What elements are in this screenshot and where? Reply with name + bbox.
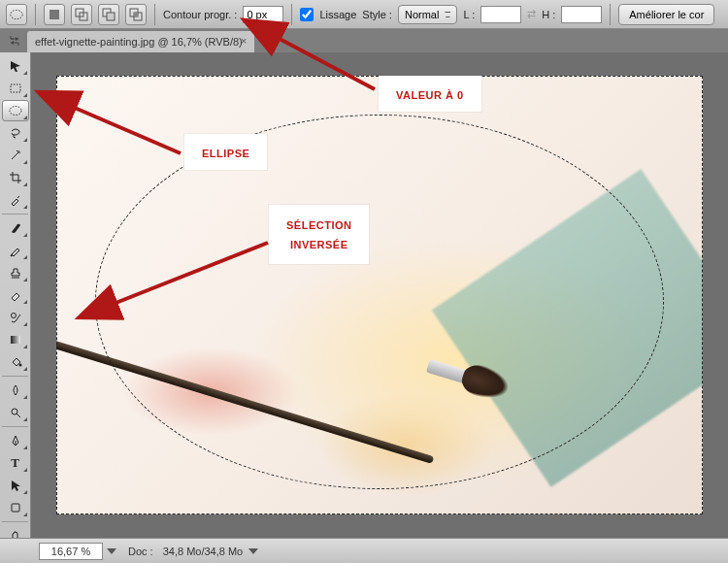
- brush-tool[interactable]: [2, 217, 29, 239]
- selection-mode-new[interactable]: [44, 4, 65, 25]
- eraser-tool[interactable]: [2, 284, 29, 306]
- doc-size-label: Doc :: [128, 546, 153, 557]
- rect-marquee-tool[interactable]: [2, 78, 29, 99]
- doc-size-value: 34,8 Mo/34,8 Mo: [163, 546, 244, 557]
- svg-point-0: [11, 10, 22, 18]
- history-brush-tool[interactable]: [2, 307, 29, 328]
- tab-filename: effet-vignette-painting.jpg: [35, 36, 154, 48]
- blur-tool[interactable]: [2, 380, 29, 401]
- gradient-tool[interactable]: [2, 329, 29, 350]
- close-tab-icon[interactable]: ×: [241, 35, 252, 47]
- svg-rect-1: [50, 10, 59, 19]
- annotation-valeur: VALEUR À 0: [379, 76, 481, 112]
- pen-tool[interactable]: [2, 430, 29, 451]
- swap-dimensions-icon: ⇄: [527, 8, 536, 20]
- svg-rect-11: [11, 84, 20, 92]
- current-tool-indicator[interactable]: [6, 4, 27, 25]
- antialias-checkbox[interactable]: [300, 8, 314, 21]
- shape-tool[interactable]: [2, 497, 29, 518]
- document-canvas[interactable]: [56, 76, 703, 514]
- eyedropper-tool[interactable]: [2, 189, 29, 211]
- fixed-height-input: [561, 6, 602, 23]
- path-select-tool[interactable]: [2, 475, 29, 496]
- svg-point-12: [10, 107, 21, 116]
- paint-bucket-tool[interactable]: [2, 351, 29, 373]
- ellipse-selection-marquee: [95, 115, 664, 489]
- svg-rect-17: [12, 504, 19, 512]
- annotation-selection: SÉLECTION INVERSÉE: [269, 205, 369, 264]
- selection-mode-intersect[interactable]: [125, 4, 147, 25]
- expand-tabs-icon[interactable]: [6, 32, 23, 50]
- annotation-ellipse: ELLIPSE: [184, 134, 267, 170]
- zoom-menu-icon[interactable]: [107, 548, 116, 554]
- feather-label: Contour progr. :: [163, 9, 237, 20]
- fixed-width-input: [480, 6, 521, 23]
- refine-edge-button[interactable]: Améliorer le cor: [618, 4, 714, 25]
- svg-point-13: [11, 314, 16, 318]
- svg-rect-5: [107, 13, 115, 20]
- move-tool[interactable]: [2, 55, 29, 77]
- svg-point-15: [18, 364, 21, 367]
- lasso-tool[interactable]: [2, 122, 29, 144]
- zoom-field[interactable]: 16,67 %: [39, 543, 103, 560]
- canvas-area: [31, 52, 728, 538]
- svg-rect-14: [11, 336, 20, 344]
- pencil-tool[interactable]: [2, 240, 29, 261]
- type-tool[interactable]: T: [2, 452, 29, 474]
- magic-wand-tool[interactable]: [2, 145, 29, 166]
- document-tab[interactable]: × effet-vignette-painting.jpg @ 16,7% (R…: [27, 31, 254, 52]
- svg-marker-10: [11, 41, 14, 45]
- svg-marker-9: [16, 37, 18, 41]
- style-label: Style :: [362, 9, 392, 20]
- width-label: L :: [463, 9, 475, 20]
- feather-input[interactable]: [243, 6, 283, 23]
- selection-mode-add[interactable]: [71, 4, 92, 25]
- status-bar: 16,67 % Doc : 34,8 Mo/34,8 Mo: [0, 538, 728, 563]
- ellipse-marquee-tool[interactable]: [2, 100, 29, 121]
- document-tab-bar: × effet-vignette-painting.jpg @ 16,7% (R…: [0, 29, 728, 52]
- selection-mode-subtract[interactable]: [98, 4, 119, 25]
- svg-rect-8: [134, 13, 138, 17]
- doc-info-menu-icon[interactable]: [248, 548, 258, 554]
- options-bar: Contour progr. : Lissage Style : Normal …: [0, 0, 728, 29]
- workspace: T: [0, 52, 728, 538]
- style-select[interactable]: Normal: [398, 5, 457, 24]
- height-label: H :: [542, 9, 555, 20]
- stamp-tool[interactable]: [2, 262, 29, 283]
- toolbox: T: [0, 52, 31, 538]
- dodge-tool[interactable]: [2, 402, 29, 423]
- antialias-label: Lissage: [319, 9, 356, 20]
- tab-info: @ 16,7% (RVB/8): [157, 36, 242, 48]
- crop-tool[interactable]: [2, 167, 29, 188]
